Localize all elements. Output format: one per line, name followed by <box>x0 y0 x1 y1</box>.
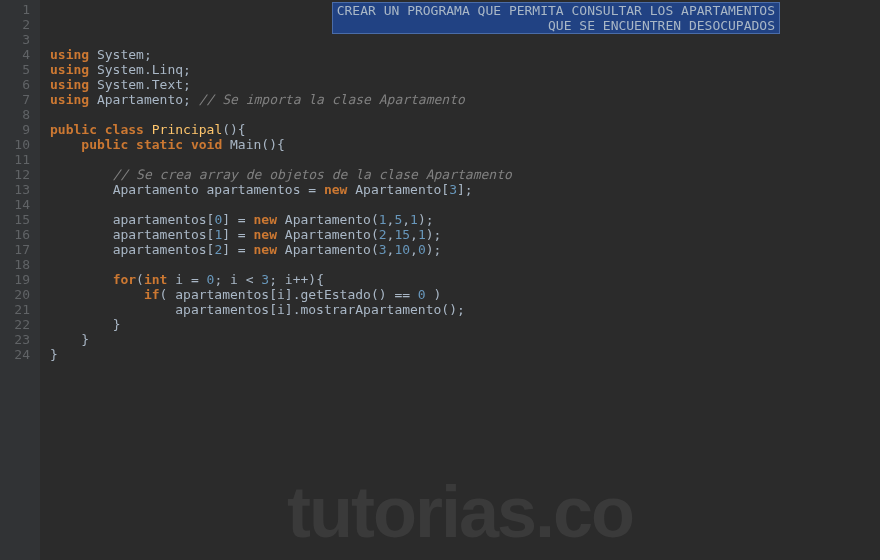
code-line <box>50 107 880 122</box>
code-line: } <box>50 317 880 332</box>
code-line <box>50 32 880 47</box>
code-line: using Apartamento; // Se importa la clas… <box>50 92 880 107</box>
code-line: apartamentos[0] = new Apartamento(1,5,1)… <box>50 212 880 227</box>
code-line: for(int i = 0; i < 3; i++){ <box>50 272 880 287</box>
code-line: public class Principal(){ <box>50 122 880 137</box>
line-number: 3 <box>0 32 30 47</box>
line-number: 13 <box>0 182 30 197</box>
line-number: 21 <box>0 302 30 317</box>
line-number: 9 <box>0 122 30 137</box>
code-area[interactable]: CREAR UN PROGRAMA QUE PERMITA CONSULTAR … <box>40 0 880 560</box>
line-number: 22 <box>0 317 30 332</box>
code-line: // Se crea array de objetos de la clase … <box>50 167 880 182</box>
line-gutter: 123456789101112131415161718192021222324 <box>0 0 40 560</box>
line-number: 6 <box>0 77 30 92</box>
header-comment-line2: QUE SE ENCUENTREN DESOCUPADOS <box>337 18 775 33</box>
line-number: 7 <box>0 92 30 107</box>
line-number: 24 <box>0 347 30 362</box>
line-number: 16 <box>0 227 30 242</box>
code-line: apartamentos[2] = new Apartamento(3,10,0… <box>50 242 880 257</box>
code-line: if( apartamentos[i].getEstado() == 0 ) <box>50 287 880 302</box>
code-line: using System; <box>50 47 880 62</box>
header-comment-line1: CREAR UN PROGRAMA QUE PERMITA CONSULTAR … <box>337 3 775 18</box>
code-line: public static void Main(){ <box>50 137 880 152</box>
line-number: 5 <box>0 62 30 77</box>
line-number: 2 <box>0 17 30 32</box>
line-number: 10 <box>0 137 30 152</box>
code-line: apartamentos[1] = new Apartamento(2,15,1… <box>50 227 880 242</box>
header-comment-block: CREAR UN PROGRAMA QUE PERMITA CONSULTAR … <box>332 2 780 34</box>
line-number: 23 <box>0 332 30 347</box>
line-number: 8 <box>0 107 30 122</box>
code-line: } <box>50 332 880 347</box>
line-number: 17 <box>0 242 30 257</box>
code-line: Apartamento apartamentos = new Apartamen… <box>50 182 880 197</box>
line-number: 18 <box>0 257 30 272</box>
code-line: apartamentos[i].mostrarApartamento(); <box>50 302 880 317</box>
code-line: using System.Linq; <box>50 62 880 77</box>
line-number: 19 <box>0 272 30 287</box>
line-number: 14 <box>0 197 30 212</box>
line-number: 1 <box>0 2 30 17</box>
watermark-text: tutorias.co <box>287 505 633 520</box>
line-number: 11 <box>0 152 30 167</box>
line-number: 20 <box>0 287 30 302</box>
line-number: 4 <box>0 47 30 62</box>
code-editor: 123456789101112131415161718192021222324 … <box>0 0 880 560</box>
code-line <box>50 152 880 167</box>
code-line: } <box>50 347 880 362</box>
code-line: using System.Text; <box>50 77 880 92</box>
code-line <box>50 257 880 272</box>
code-line <box>50 197 880 212</box>
line-number: 12 <box>0 167 30 182</box>
line-number: 15 <box>0 212 30 227</box>
